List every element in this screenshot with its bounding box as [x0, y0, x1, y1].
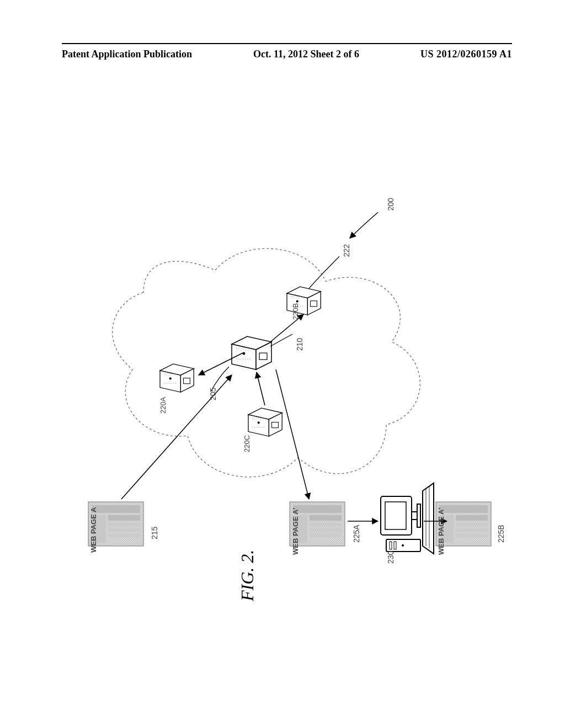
server-220c: [248, 408, 282, 436]
server-220a: [160, 364, 194, 392]
figure-2: 200 222 220B 210 205 220A 220C WEB PAGE …: [77, 83, 497, 634]
page-header: Patent Application Publication Oct. 11, …: [0, 43, 565, 60]
ref-210: 210: [295, 338, 304, 351]
ref-205: 205: [209, 388, 217, 400]
ref-220a: 220A: [159, 397, 167, 414]
header-left: Patent Application Publication: [62, 49, 192, 60]
header-right: US 2012/0260159 A1: [420, 49, 512, 60]
ref-215: 215: [150, 527, 159, 539]
webpage-ap2-label: WEB PAGE A': [437, 508, 445, 555]
ref-220c: 220C: [243, 435, 251, 452]
figure-caption: FIG. 2.: [237, 550, 258, 601]
ref-230: 230: [386, 551, 395, 564]
ref-200: 200: [386, 198, 395, 211]
ref-220b: 220B: [291, 303, 300, 320]
header-row: Patent Application Publication Oct. 11, …: [62, 49, 512, 60]
ref-225a: 225A: [352, 524, 361, 543]
ref-222: 222: [342, 244, 351, 257]
webpage-a-label: WEB PAGE A: [89, 507, 98, 553]
header-rule: [62, 43, 512, 44]
desktop-230: [381, 483, 434, 554]
header-mid: Oct. 11, 2012 Sheet 2 of 6: [253, 49, 359, 60]
server-210-205: [232, 336, 271, 370]
svg-line-31: [276, 370, 309, 499]
ref-225b: 225B: [497, 524, 505, 543]
webpage-ap1-label: WEB PAGE A': [291, 508, 300, 555]
page: Patent Application Publication Oct. 11, …: [0, 0, 565, 728]
svg-line-29: [257, 372, 265, 405]
